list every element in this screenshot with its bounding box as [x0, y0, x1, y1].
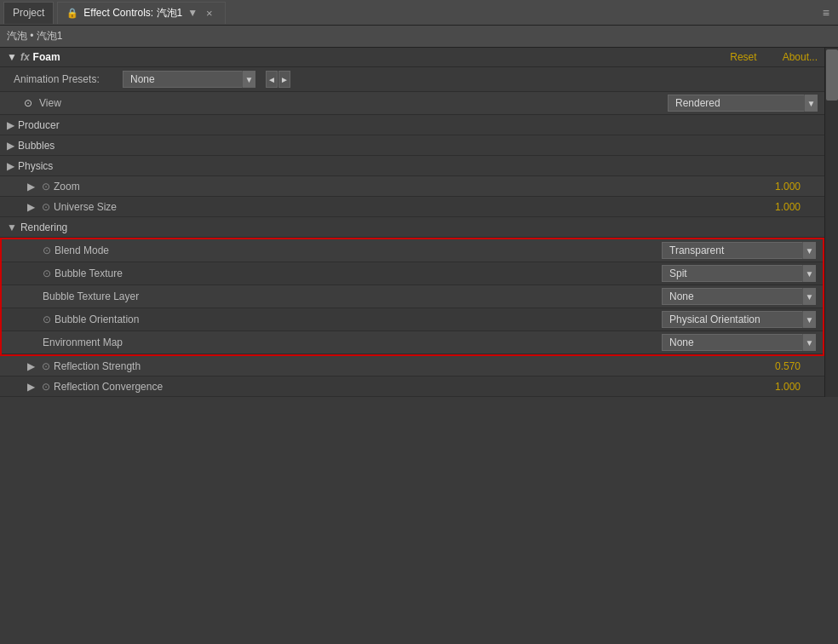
bubble-orientation-stopwatch-icon: ⊙: [43, 313, 51, 325]
environment-map-arrow-icon: ▼: [806, 338, 814, 348]
universe-size-stopwatch-icon: ⊙: [42, 201, 50, 213]
reflection-convergence-value-wrapper: 1.000: [775, 381, 818, 393]
reflection-strength-row: ▶ ⊙ Reflection Strength 0.570: [0, 356, 824, 377]
reflection-convergence-collapse-arrow[interactable]: ▶: [27, 381, 35, 393]
view-dropdown-arrow[interactable]: ▼: [804, 95, 818, 112]
zoom-collapse-arrow[interactable]: ▶: [27, 181, 35, 193]
scrollbar-thumb[interactable]: [826, 49, 838, 101]
effect-controls-tab[interactable]: 🔒 Effect Controls: 汽泡1 ▼ ×: [57, 2, 225, 24]
physics-collapse-arrow[interactable]: ▶: [7, 160, 14, 172]
fx-collapse-arrow[interactable]: ▼: [7, 51, 17, 63]
blend-mode-row: ⊙ Blend Mode Transparent ▼: [2, 239, 823, 262]
bubble-texture-value-wrapper[interactable]: Spit ▼: [662, 265, 816, 282]
animation-presets-label: Animation Presets:: [14, 73, 116, 85]
bubble-texture-layer-dropdown-arrow[interactable]: ▼: [802, 288, 816, 305]
physics-label: Physics: [18, 160, 53, 172]
bubble-orientation-label: Bubble Orientation: [55, 313, 139, 325]
bubble-texture-value: Spit: [662, 265, 802, 282]
blend-mode-dropdown[interactable]: Transparent ▼: [662, 242, 816, 259]
bubble-orientation-value-wrapper[interactable]: Physical Orientation ▼: [662, 311, 816, 328]
bubble-orientation-dropdown[interactable]: Physical Orientation ▼: [662, 311, 816, 328]
bubbles-label: Bubbles: [18, 140, 55, 152]
rendering-label: Rendering: [20, 221, 67, 233]
universe-size-value[interactable]: 1.000: [775, 201, 818, 213]
breadcrumb: 汽泡 • 汽泡1: [0, 26, 838, 48]
reflection-strength-label-wrapper: ▶ ⊙ Reflection Strength: [27, 360, 775, 372]
environment-map-value-wrapper[interactable]: None ▼: [662, 334, 816, 351]
blend-mode-arrow-icon: ▼: [806, 246, 814, 256]
blend-mode-value: Transparent: [662, 242, 802, 259]
bubble-orientation-label-wrapper: ⊙ Bubble Orientation: [43, 313, 662, 325]
lock-icon: 🔒: [66, 8, 78, 19]
blend-mode-label: Blend Mode: [55, 244, 109, 256]
zoom-stopwatch-icon: ⊙: [42, 181, 50, 193]
project-tab[interactable]: Project: [3, 2, 54, 24]
bubbles-collapse-arrow[interactable]: ▶: [7, 140, 14, 152]
bubble-texture-dropdown-arrow[interactable]: ▼: [802, 265, 816, 282]
animation-presets-value: None: [123, 71, 242, 88]
fx-about-button[interactable]: About...: [783, 51, 818, 63]
bubble-texture-dropdown[interactable]: Spit ▼: [662, 265, 816, 282]
fx-name: Foam: [33, 51, 731, 63]
physics-section: ▶ Physics: [0, 156, 824, 176]
bubbles-section: ▶ Bubbles: [0, 135, 824, 156]
effect-content: ▼ fx Foam Reset About... Animation Prese…: [0, 48, 824, 397]
animation-presets-arrow[interactable]: ▼: [242, 71, 255, 88]
reflection-convergence-label-wrapper: ▶ ⊙ Reflection Convergence: [27, 381, 775, 393]
zoom-label: Zoom: [54, 181, 80, 193]
reflection-convergence-label: Reflection Convergence: [54, 381, 163, 393]
effect-controls-tab-label: Effect Controls: 汽泡1: [83, 6, 182, 20]
bubble-texture-layer-label: Bubble Texture Layer: [43, 290, 139, 302]
panel-menu-button[interactable]: ≡: [818, 4, 835, 21]
bubble-texture-layer-label-wrapper: Bubble Texture Layer: [43, 290, 662, 302]
reflection-strength-collapse-arrow[interactable]: ▶: [27, 360, 35, 372]
bubble-texture-layer-value-wrapper[interactable]: None ▼: [662, 288, 816, 305]
animation-presets-dropdown[interactable]: None ▼: [123, 71, 255, 88]
bubble-texture-stopwatch-icon: ⊙: [43, 267, 51, 279]
producer-label: Producer: [18, 119, 60, 131]
bubble-texture-layer-value: None: [662, 288, 802, 305]
reflection-strength-value-wrapper: 0.570: [775, 360, 818, 372]
blend-mode-label-wrapper: ⊙ Blend Mode: [43, 244, 662, 256]
reflection-strength-value[interactable]: 0.570: [775, 360, 818, 372]
zoom-row: ▶ ⊙ Zoom 1.000: [0, 176, 824, 197]
bubble-orientation-dropdown-arrow[interactable]: ▼: [802, 311, 816, 328]
environment-map-label-wrapper: Environment Map: [43, 336, 662, 348]
zoom-value[interactable]: 1.000: [775, 181, 818, 193]
view-stopwatch-icon: ⊙: [24, 97, 32, 109]
universe-size-row: ▶ ⊙ Universe Size 1.000: [0, 197, 824, 217]
bubble-texture-label: Bubble Texture: [55, 267, 123, 279]
tab-dropdown-arrow[interactable]: ▼: [187, 7, 198, 19]
rendering-section: ▼ Rendering: [0, 217, 824, 238]
effect-panel: ▼ fx Foam Reset About... Animation Prese…: [0, 48, 838, 397]
universe-size-value-wrapper: 1.000: [775, 201, 818, 213]
tab-dropdown-wrapper[interactable]: Effect Controls: 汽泡1 ▼: [83, 6, 198, 20]
environment-map-label: Environment Map: [43, 336, 123, 348]
highlighted-rendering-section: ⊙ Blend Mode Transparent ▼: [0, 238, 824, 356]
producer-collapse-arrow[interactable]: ▶: [7, 119, 14, 131]
universe-size-collapse-arrow[interactable]: ▶: [27, 201, 35, 213]
blend-mode-dropdown-arrow[interactable]: ▼: [802, 242, 816, 259]
universe-size-label: Universe Size: [54, 201, 117, 213]
view-dropdown[interactable]: Rendered ▼: [668, 95, 818, 112]
bubble-orientation-arrow-icon: ▼: [806, 315, 814, 325]
blend-mode-stopwatch-icon: ⊙: [43, 244, 51, 256]
bubble-texture-layer-dropdown[interactable]: None ▼: [662, 288, 816, 305]
tab-close-button[interactable]: ×: [203, 7, 216, 20]
bubble-texture-arrow-icon: ▼: [806, 269, 814, 279]
view-arrow-icon: ▼: [807, 99, 816, 108]
reflection-strength-stopwatch-icon: ⊙: [42, 360, 50, 372]
nav-arrow-left[interactable]: ◄: [266, 71, 278, 88]
environment-map-dropdown[interactable]: None ▼: [662, 334, 816, 351]
rendering-collapse-arrow[interactable]: ▼: [7, 221, 17, 233]
producer-section: ▶ Producer: [0, 115, 824, 135]
fx-header: ▼ fx Foam Reset About...: [0, 48, 824, 67]
environment-map-dropdown-arrow[interactable]: ▼: [802, 334, 816, 351]
fx-reset-button[interactable]: Reset: [730, 51, 756, 63]
reflection-convergence-value[interactable]: 1.000: [775, 381, 818, 393]
bubble-orientation-value: Physical Orientation: [662, 311, 802, 328]
blend-mode-value-wrapper[interactable]: Transparent ▼: [662, 242, 816, 259]
nav-arrow-right[interactable]: ►: [278, 71, 290, 88]
zoom-label-wrapper: ▶ ⊙ Zoom: [27, 181, 775, 193]
scrollbar[interactable]: [824, 48, 838, 397]
